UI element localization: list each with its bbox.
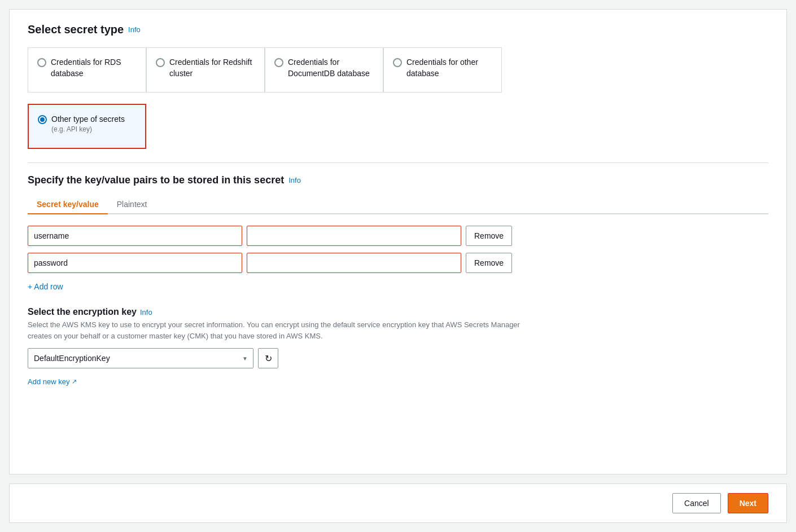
secret-type-other-db[interactable]: Credentials for other database [383,47,502,93]
encryption-title: Select the encryption key [28,307,137,317]
encryption-select-wrapper: DefaultEncryptionKey aws/secretsmanager [28,348,253,368]
other-db-label: Credentials for other database [406,57,492,79]
external-link-icon: ↗ [72,378,77,385]
tab-secret-kv[interactable]: Secret key/value [28,195,108,214]
secret-type-rds[interactable]: Credentials for RDS database [28,47,146,93]
radio-other-db [393,58,402,67]
radio-redshift [156,58,165,67]
cancel-button[interactable]: Cancel [672,493,721,513]
tab-plaintext[interactable]: Plaintext [108,195,156,214]
radio-documentdb [274,58,283,67]
documentdb-label: Credentials for DocumentDB database [288,57,374,79]
remove-btn-1[interactable]: Remove [466,226,512,246]
kv-row-2: Remove [28,253,768,273]
value-input-1[interactable] [247,226,461,246]
next-button[interactable]: Next [728,493,768,513]
page-title: Select secret type [28,23,124,36]
encryption-select-row: DefaultEncryptionKey aws/secretsmanager … [28,348,768,368]
section-divider [28,162,768,163]
footer-bar: Cancel Next [9,483,787,523]
secret-type-other[interactable]: Other type of secrets (e.g. API key) [28,104,146,149]
kv-rows-container: Remove Remove [28,226,768,273]
key-input-1[interactable] [28,226,242,246]
page-container: Select secret type Info Credentials for … [0,0,796,532]
rds-label: Credentials for RDS database [51,57,137,79]
refresh-btn[interactable]: ↻ [258,348,278,368]
encryption-title-row: Select the encryption key Info [28,307,768,317]
tabs-container: Secret key/value Plaintext [28,195,768,214]
add-new-key-link[interactable]: Add new key ↗ [28,377,77,386]
remove-btn-2[interactable]: Remove [466,253,512,273]
page-title-info[interactable]: Info [128,25,141,34]
refresh-icon: ↻ [265,353,272,364]
encryption-info[interactable]: Info [140,308,152,316]
main-content: Select secret type Info Credentials for … [9,9,787,474]
radio-other-type [38,115,47,124]
secret-type-grid: Credentials for RDS database Credentials… [28,47,768,93]
kv-section-title: Specify the key/value pairs to be stored… [28,174,284,186]
radio-rds [37,58,46,67]
kv-section-title-row: Specify the key/value pairs to be stored… [28,174,768,186]
value-input-2[interactable] [247,253,461,273]
add-row-link[interactable]: + Add row [28,282,63,291]
kv-row-1: Remove [28,226,768,246]
secret-type-documentdb[interactable]: Credentials for DocumentDB database [265,47,383,93]
other-type-label: Other type of secrets [51,114,125,125]
other-type-sublabel: (e.g. API key) [51,125,125,133]
encryption-section: Select the encryption key Info Select th… [28,307,768,386]
page-title-row: Select secret type Info [28,23,768,36]
kv-section-info[interactable]: Info [288,176,301,184]
encryption-desc: Select the AWS KMS key to use to encrypt… [28,319,536,341]
add-key-label: Add new key [28,377,69,386]
key-input-2[interactable] [28,253,242,273]
redshift-label: Credentials for Redshift cluster [169,57,255,79]
secret-type-redshift[interactable]: Credentials for Redshift cluster [146,47,265,93]
encryption-select[interactable]: DefaultEncryptionKey aws/secretsmanager [28,348,253,368]
